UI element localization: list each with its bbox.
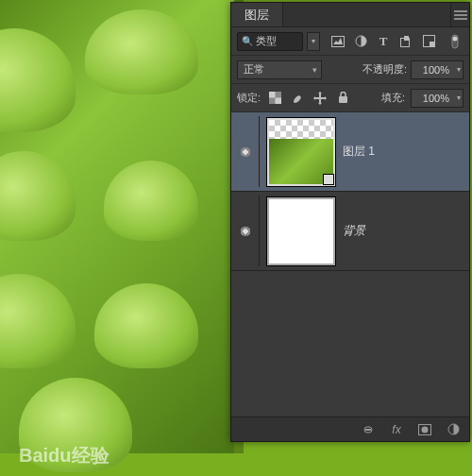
fill-value: 100%	[423, 93, 449, 104]
shape-filter-icon[interactable]	[397, 33, 414, 50]
layer-thumbnail[interactable]	[267, 118, 335, 186]
svg-rect-10	[275, 98, 281, 105]
svg-rect-5	[430, 42, 434, 46]
layer-name[interactable]: 图层 1	[343, 144, 375, 160]
type-filter-icon[interactable]: T	[375, 33, 392, 50]
opacity-value: 100%	[423, 64, 449, 76]
filter-row: 🔍 类型 ▾ T	[231, 27, 469, 56]
filter-toggle-icon[interactable]	[447, 33, 464, 50]
lock-paint-icon[interactable]	[289, 90, 306, 107]
canvas-area[interactable]	[0, 0, 234, 453]
panel-footer: fx	[231, 416, 469, 441]
svg-rect-9	[269, 92, 276, 98]
eye-icon	[239, 227, 252, 236]
fill-input[interactable]: 100%	[411, 89, 464, 108]
opacity-label: 不透明度:	[362, 62, 407, 76]
filter-type-label: 类型	[256, 34, 277, 48]
opacity-input[interactable]: 100%	[411, 60, 464, 79]
adjust-filter-icon[interactable]	[352, 33, 369, 50]
lock-move-icon[interactable]	[312, 90, 329, 107]
lock-all-icon[interactable]	[334, 90, 351, 107]
thumb-content	[269, 199, 333, 264]
lock-transparent-icon[interactable]	[266, 90, 283, 107]
blend-mode-value: 正常	[244, 62, 264, 76]
fill-label: 填充:	[381, 91, 405, 105]
lock-label: 锁定:	[237, 91, 261, 105]
layer-thumbnail[interactable]	[267, 197, 335, 265]
layers-panel: 图层 🔍 类型 ▾ T 正常 不透明度: 100% 锁定:	[230, 2, 470, 442]
visibility-toggle[interactable]	[231, 116, 260, 187]
layer-row[interactable]: 背景	[231, 192, 469, 271]
svg-rect-0	[332, 36, 345, 46]
fx-icon[interactable]: fx	[388, 421, 405, 438]
eye-icon	[239, 147, 252, 157]
panel-menu-icon[interactable]	[450, 3, 469, 26]
panel-tabbar: 图层	[231, 3, 469, 27]
mask-icon[interactable]	[416, 421, 433, 438]
blend-row: 正常 不透明度: 100%	[231, 56, 469, 84]
image-filter-icon[interactable]	[329, 33, 346, 50]
svg-rect-11	[339, 96, 347, 103]
svg-rect-12	[365, 429, 371, 431]
svg-point-14	[422, 426, 429, 433]
layer-row[interactable]: 图层 1	[231, 112, 469, 192]
smart-filter-icon[interactable]	[420, 33, 437, 50]
filter-type-dropdown[interactable]: 🔍 类型	[237, 32, 303, 51]
layers-list: 图层 1 背景	[231, 112, 469, 416]
svg-point-7	[453, 36, 458, 41]
lock-row: 锁定: 填充: 100%	[231, 84, 469, 112]
search-icon: 🔍	[242, 36, 253, 46]
adjustment-icon[interactable]	[445, 421, 462, 438]
visibility-toggle[interactable]	[231, 196, 260, 266]
smart-object-badge-icon	[323, 174, 334, 185]
watermark: Baidu经验	[19, 443, 110, 468]
tab-layers[interactable]: 图层	[231, 3, 283, 26]
link-layers-icon[interactable]	[360, 421, 377, 438]
blend-mode-dropdown[interactable]: 正常	[237, 60, 322, 79]
filter-dropdown-arrow[interactable]: ▾	[307, 32, 320, 51]
layer-name[interactable]: 背景	[343, 223, 365, 239]
svg-rect-3	[404, 36, 409, 41]
